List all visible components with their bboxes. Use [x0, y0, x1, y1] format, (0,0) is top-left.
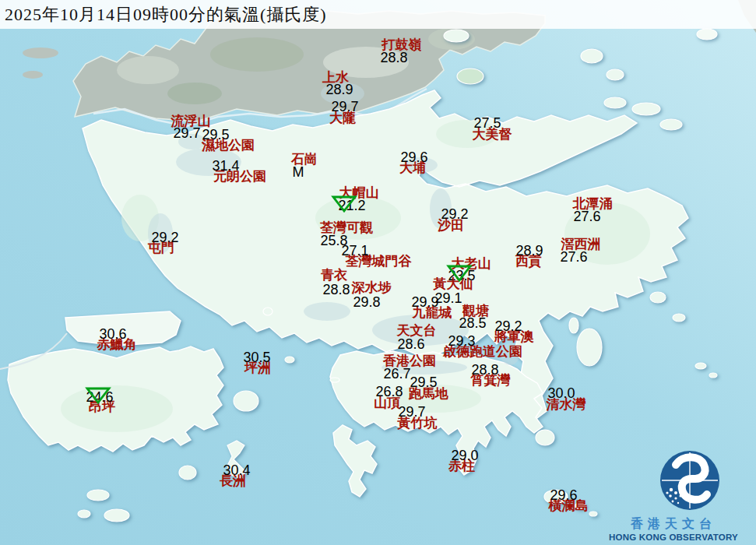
station-value: 28.5: [459, 316, 486, 330]
station-value: 28.6: [397, 337, 424, 351]
station-value: 29.2: [151, 230, 178, 244]
station-label: 深水埗: [352, 281, 392, 294]
map-title: 2025年10月14日09時00分的氣溫(攝氏度): [0, 3, 327, 26]
station-value: 29.0: [451, 448, 478, 462]
station-value: 29.6: [400, 150, 427, 164]
station-value: 29.6: [550, 488, 577, 502]
station-value: 28.9: [325, 83, 353, 97]
station-value: 27.5: [473, 116, 501, 130]
station-value: 29.1: [434, 291, 462, 305]
station-value: 30.4: [223, 463, 250, 477]
station-value: 29.7: [173, 126, 200, 140]
station-value: 31.4: [212, 159, 239, 173]
hko-logo-name-en: HONG KONG OBSERVATORY: [596, 533, 751, 542]
station-value: 29.2: [494, 319, 522, 333]
station-marker-triangle: [85, 386, 111, 405]
station-value: 28.8: [322, 283, 350, 297]
station-marker-triangle: [331, 195, 357, 213]
station-value: 29.7: [398, 405, 425, 419]
temperature-map-screen: 2025年10月14日09時00分的氣溫(攝氏度) 打鼓嶺28.8上水28.9大…: [0, 0, 756, 545]
station-value: 27.6: [573, 209, 600, 223]
station-value: 27.1: [341, 244, 368, 258]
station-value: 29.9: [411, 295, 438, 309]
station-value: 26.7: [383, 367, 410, 381]
station-marker-triangle: [446, 264, 473, 283]
station-value: M: [293, 165, 304, 179]
station-label: 青衣: [321, 269, 347, 282]
title-bar: 2025年10月14日09時00分的氣溫(攝氏度): [0, 0, 756, 29]
station-value: 27.6: [560, 250, 587, 264]
station-value: 30.0: [547, 386, 575, 400]
station-value: 29.2: [441, 207, 468, 221]
station-value: 28.8: [471, 363, 498, 377]
station-value: 29.5: [410, 375, 437, 389]
station-value: 29.5: [202, 128, 229, 142]
hko-logo: 香港天文台 HONG KONG OBSERVATORY: [596, 449, 751, 542]
station-value: 30.6: [99, 327, 126, 341]
station-value: 29.7: [331, 100, 358, 114]
hko-logo-symbol: [596, 449, 751, 513]
station-value: 29.8: [353, 295, 380, 309]
station-value: 28.8: [380, 51, 407, 65]
station-value: 26.8: [375, 385, 403, 399]
station-value: 28.9: [515, 244, 543, 258]
station-label: 天文台: [397, 324, 437, 337]
station-value: 30.5: [243, 350, 270, 364]
station-value: 29.3: [448, 334, 475, 348]
hko-logo-name-zh: 香港天文台: [596, 516, 751, 533]
